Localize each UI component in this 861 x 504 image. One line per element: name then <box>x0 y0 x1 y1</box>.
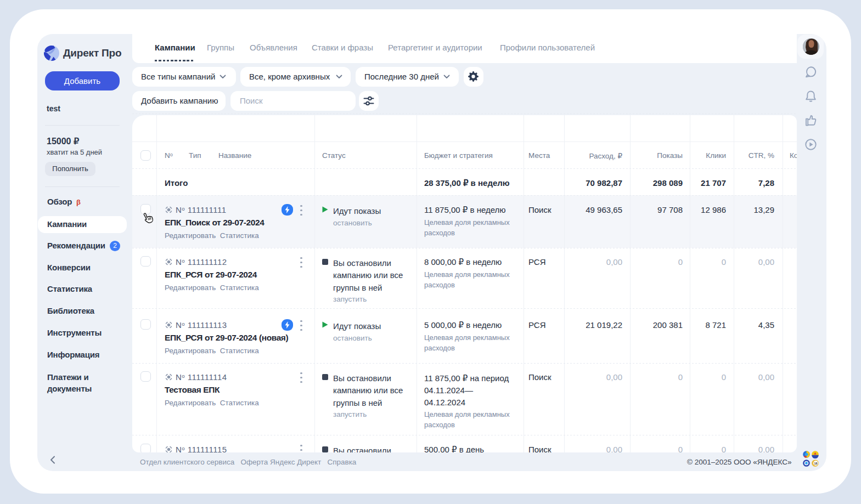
svg-text:18: 18 <box>814 462 817 465</box>
